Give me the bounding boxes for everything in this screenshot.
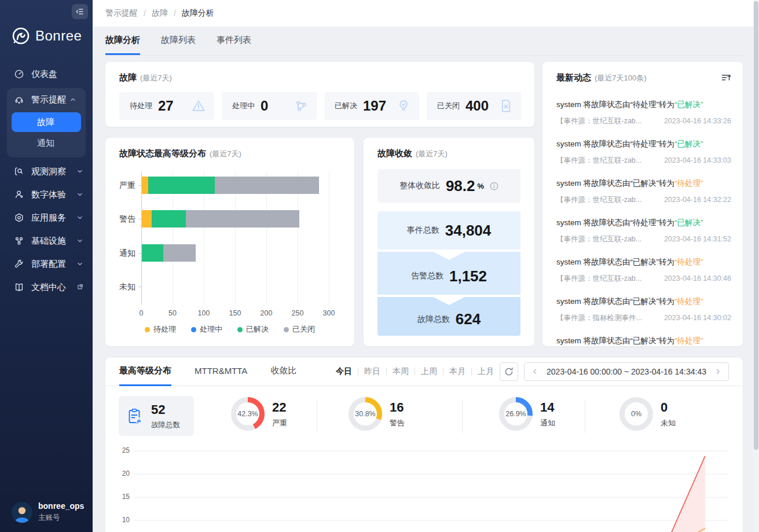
bar-segment-已关闭	[163, 244, 196, 262]
sidebar-item-observe[interactable]: 观测洞察	[0, 160, 93, 183]
breadcrumb-separator: /	[174, 9, 176, 18]
app-service-icon	[14, 212, 24, 223]
legend-pending[interactable]: 待处理	[145, 324, 176, 335]
date-range-picker[interactable]: 2023-04-16 00:00:00 ~ 2023-04-16 14:34:4…	[524, 362, 729, 381]
card-title: 最新动态(最近7天100条)	[556, 72, 647, 83]
info-icon[interactable]	[490, 182, 498, 190]
dashboard-icon	[14, 69, 24, 79]
range-this-week[interactable]: 本周	[393, 366, 421, 377]
range-last-week[interactable]: 上周	[421, 366, 449, 377]
sidebar-item-digital-experience[interactable]: 数字体验	[0, 183, 93, 206]
tab-fault-list[interactable]: 故障列表	[161, 35, 196, 55]
tab-mttr-mtta[interactable]: MTTR&MTTA	[195, 358, 247, 386]
donut-value: 14	[540, 400, 555, 415]
news-meta: 【事件源：世纪互联-zab...2023-04-16 14:31:52	[556, 233, 731, 245]
news-message: system 将故障状态由“待处理”转为“已解决”	[556, 99, 731, 111]
chevron-up-icon	[69, 96, 76, 103]
legend-processing[interactable]: 处理中	[191, 324, 222, 335]
donut-stat-warning: 30.8% 16 警告	[349, 397, 405, 431]
sidebar-collapse-button[interactable]	[72, 4, 88, 19]
news-message: system 将故障状态由“待处理”转为“已解决”	[556, 217, 731, 229]
sidebar-item-faults[interactable]: 故障	[12, 112, 81, 132]
sidebar-item-alerts[interactable]: 警示提醒	[7, 88, 86, 111]
page: Bonree 仪表盘 警示提醒	[0, 0, 759, 532]
news-time: 2023-04-16 14:31:52	[664, 233, 731, 245]
stat-processing[interactable]: 处理中 0	[222, 92, 317, 120]
news-item[interactable]: system 将故障状态由“待处理”转为“已解决”【事件源：世纪互联-zab..…	[556, 99, 731, 127]
tab-convergence-ratio[interactable]: 收敛比	[270, 358, 296, 386]
sidebar-item-docs[interactable]: 文档中心	[0, 276, 93, 299]
x-tick-label: 50	[164, 309, 181, 317]
news-item[interactable]: system 将故障状态由“已解决”转为“待处理”【事件源：世纪互联-zab..…	[556, 256, 731, 284]
document-x-icon	[498, 98, 514, 113]
news-item[interactable]: system 将故障状态由“待处理”转为“已解决”【事件源：世纪互联-zab..…	[556, 217, 731, 245]
sidebar-item-infrastructure[interactable]: 基础设施	[0, 229, 93, 252]
legend-closed[interactable]: 已关闭	[284, 324, 315, 335]
scrollbar-thumb[interactable]	[754, 1, 758, 450]
news-item[interactable]: system 将故障状态由“已解决”转为“待处理”【事件源：世纪互联-zab..…	[556, 178, 731, 206]
y-tick-label: 25	[113, 446, 130, 454]
y-tick-label: 20	[113, 469, 130, 478]
lightbulb-icon	[396, 98, 411, 113]
news-time: 2023-04-16 14:30:46	[664, 273, 731, 284]
sidebar-item-deployment[interactable]: 部署配置	[0, 252, 93, 276]
stat-closed[interactable]: 已关闭 400	[427, 92, 522, 120]
news-item[interactable]: system 将故障状态由“已解决”转为“待处理”	[556, 335, 731, 346]
donut-texts: 0 未知	[661, 400, 676, 428]
sidebar-group-alerts: 警示提醒 故障 通知	[7, 88, 86, 157]
sort-ascending-icon	[721, 72, 731, 83]
legend-label: 处理中	[200, 324, 222, 335]
breadcrumb-item[interactable]: 警示提醒	[105, 8, 138, 19]
x-tick-label: 200	[258, 309, 275, 317]
donut-percent: 30.8%	[349, 410, 382, 418]
range-today[interactable]: 今日	[336, 366, 364, 377]
sidebar-collapse-row	[0, 0, 93, 23]
category-label: 未知	[105, 281, 135, 292]
sidebar-item-dashboard[interactable]: 仪表盘	[0, 63, 93, 86]
donut-value: 22	[272, 400, 287, 415]
topbar: 警示提醒 / 故障 / 故障分析	[93, 0, 759, 27]
bar-segment-已关闭	[215, 177, 318, 194]
analytics-card: 最高等级分布 MTTR&MTTA 收敛比 今日 昨日 本周 上周 本月 上月	[105, 358, 743, 532]
sidebar-item-notifications[interactable]: 通知	[12, 133, 81, 153]
news-status: “已解决”	[674, 100, 703, 109]
refresh-button[interactable]	[500, 362, 518, 381]
user-account[interactable]: bonree_ops 主账号	[12, 501, 84, 523]
fault-stats: 待处理 27 处理中 0 已解决 197	[119, 92, 522, 120]
legend-resolved[interactable]: 已解决	[237, 324, 269, 335]
category-label: 警告	[105, 213, 135, 225]
latest-activity-card: 最新动态(最近7天100条) system 将故障状态由“待处理”转为“已解决”…	[542, 62, 743, 346]
divider	[462, 399, 463, 433]
y-tick-label: 15	[113, 493, 130, 501]
tab-severity-distribution[interactable]: 最高等级分布	[119, 358, 171, 386]
stat-value: 0	[261, 98, 268, 114]
breadcrumb: 警示提醒 / 故障 / 故障分析	[105, 0, 214, 27]
tab-fault-analysis[interactable]: 故障分析	[105, 35, 140, 55]
range-this-month[interactable]: 本月	[449, 366, 478, 377]
news-item[interactable]: system 将故障状态由“已解决”转为“待处理”【事件源：指标检测事件...2…	[556, 296, 731, 324]
chevron-right-icon[interactable]	[714, 368, 721, 375]
stat-resolved[interactable]: 已解决 197	[324, 92, 419, 120]
donut-value: 16	[390, 400, 405, 415]
breadcrumb-item[interactable]: 故障	[152, 8, 168, 19]
sidebar-item-app-services[interactable]: 应用服务	[0, 206, 93, 229]
tab-event-list[interactable]: 事件列表	[217, 35, 251, 55]
news-source: 【事件源：世纪互联-zab...	[556, 155, 641, 166]
bar-row	[142, 244, 196, 262]
stat-pending[interactable]: 待处理 27	[119, 92, 214, 120]
news-item[interactable]: system 将故障状态由“待处理”转为“已解决”【事件源：世纪互联-zab..…	[556, 138, 731, 166]
sidebar-item-label: 仪表盘	[31, 69, 57, 80]
news-status: “已解决”	[674, 140, 703, 148]
range-last-month[interactable]: 上月	[478, 366, 494, 377]
news-status: “已解决”	[674, 218, 703, 227]
brand-logo[interactable]: Bonree	[10, 25, 93, 46]
wrench-icon	[14, 259, 24, 269]
chevron-left-icon[interactable]	[531, 368, 538, 375]
fault-summary-card: 故障(最近7天) 待处理 27 处理中 0	[105, 62, 534, 127]
main-content: 警示提醒 / 故障 / 故障分析 故障分析 故障列表 事件列表 故障(最近7天)…	[93, 0, 759, 532]
stat-label: 处理中	[232, 101, 255, 111]
card-title: 故障收敛(最近7天)	[377, 148, 448, 159]
bonree-swan-icon	[10, 25, 31, 46]
range-yesterday[interactable]: 昨日	[364, 366, 393, 377]
sort-button[interactable]	[721, 72, 731, 85]
